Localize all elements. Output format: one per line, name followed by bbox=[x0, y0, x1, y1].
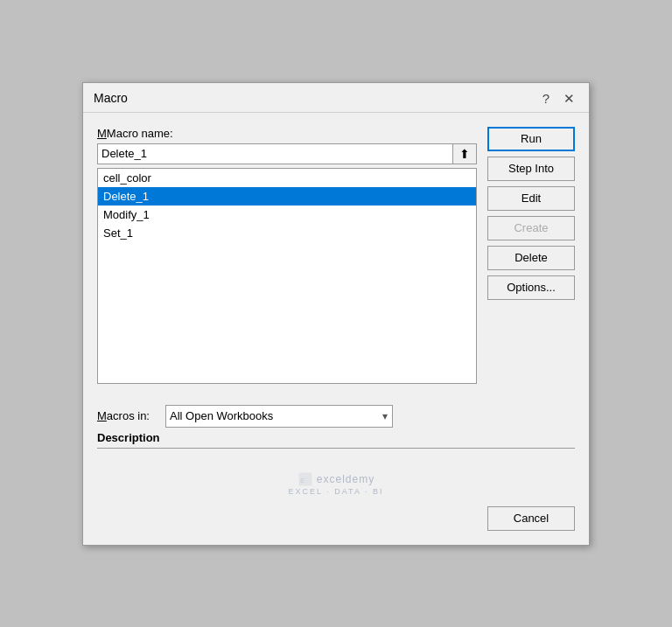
list-item[interactable]: cell_color bbox=[98, 169, 476, 187]
watermark-subtext: EXCEL · DATA · BI bbox=[83, 487, 589, 496]
watermark-logo: E exceldemy bbox=[83, 471, 589, 487]
dialog-body: MMacro name: ⬆ cell_color Delete_1 Modif… bbox=[83, 113, 589, 398]
macros-in-select-wrapper: All Open Workbooks This Workbook bbox=[165, 405, 393, 428]
footer-section: Cancel bbox=[83, 499, 589, 545]
cancel-button[interactable]: Cancel bbox=[487, 506, 575, 531]
upload-icon: ⬆ bbox=[459, 147, 470, 161]
title-bar-controls: ? ✕ bbox=[539, 90, 578, 107]
macro-dialog: Macro ? ✕ MMacro name: ⬆ cell_color Dele… bbox=[82, 82, 590, 546]
list-item[interactable]: Delete_1 bbox=[98, 187, 476, 206]
list-item[interactable]: Modify_1 bbox=[98, 206, 476, 224]
svg-text:E: E bbox=[300, 476, 305, 484]
description-section: Description bbox=[83, 431, 589, 464]
right-panel: Run Step Into Edit Create Delete Options… bbox=[487, 127, 575, 384]
bottom-section: Macros in: All Open Workbooks This Workb… bbox=[83, 398, 589, 431]
delete-button[interactable]: Delete bbox=[487, 246, 575, 270]
macros-in-label: Macros in: bbox=[97, 409, 158, 422]
description-divider bbox=[97, 448, 575, 449]
run-button[interactable]: Run bbox=[487, 127, 575, 151]
macro-list-container: cell_color Delete_1 Modify_1 Set_1 bbox=[97, 168, 477, 384]
macro-name-label: MMacro name: bbox=[97, 127, 477, 140]
close-button[interactable]: ✕ bbox=[560, 90, 578, 107]
watermark-section: E exceldemy EXCEL · DATA · BI bbox=[83, 464, 589, 499]
create-button[interactable]: Create bbox=[487, 216, 575, 240]
left-panel: MMacro name: ⬆ cell_color Delete_1 Modif… bbox=[97, 127, 477, 384]
description-label: Description bbox=[97, 431, 575, 444]
list-item[interactable]: Set_1 bbox=[98, 224, 476, 242]
macros-in-select[interactable]: All Open Workbooks This Workbook bbox=[165, 405, 393, 428]
edit-button[interactable]: Edit bbox=[487, 186, 575, 211]
options-button[interactable]: Options... bbox=[487, 275, 575, 300]
macros-in-row: Macros in: All Open Workbooks This Workb… bbox=[97, 405, 575, 428]
help-button[interactable]: ? bbox=[539, 90, 553, 107]
macro-name-row: ⬆ bbox=[97, 143, 477, 164]
step-into-button[interactable]: Step Into bbox=[487, 157, 575, 181]
macro-name-upload-button[interactable]: ⬆ bbox=[452, 143, 477, 164]
macro-list: cell_color Delete_1 Modify_1 Set_1 bbox=[98, 169, 476, 242]
title-bar: Macro ? ✕ bbox=[83, 83, 589, 113]
watermark-icon: E bbox=[298, 471, 313, 487]
watermark-text: exceldemy bbox=[317, 473, 374, 485]
macro-name-input[interactable] bbox=[97, 143, 452, 164]
dialog-title: Macro bbox=[94, 91, 128, 105]
